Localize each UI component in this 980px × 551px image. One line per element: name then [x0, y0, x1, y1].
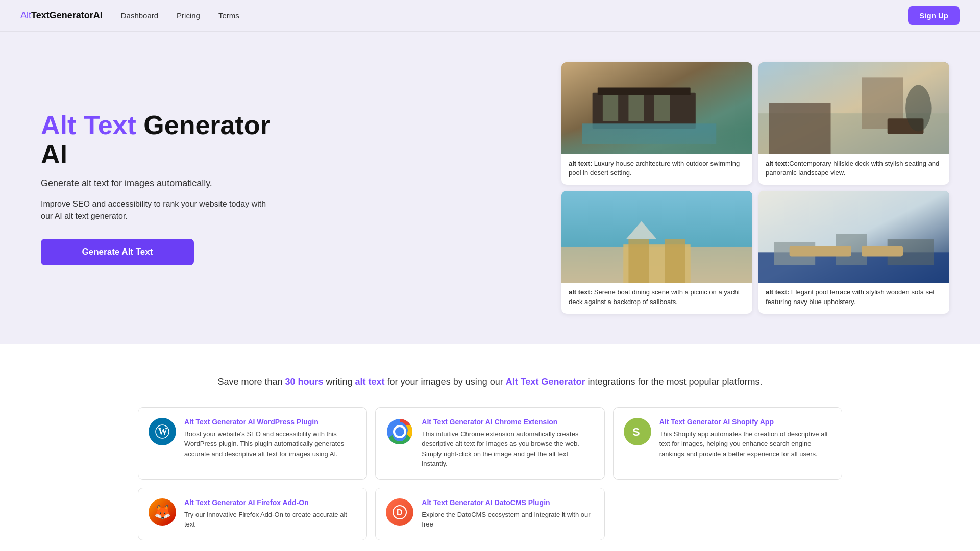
image-caption-1: alt text: Luxury house architecture with…: [561, 154, 752, 185]
hero-title-purple: Alt Text: [41, 110, 136, 140]
image-pool-terrace: [758, 191, 949, 283]
nav-left: AltTextGeneratorAI Dashboard Pricing Ter…: [20, 10, 239, 21]
plugin-card-datocms[interactable]: D Alt Text Generator AI DatoCMS Plugin E…: [375, 488, 604, 540]
integrations-section: Save more than 30 hours writing alt text…: [0, 344, 980, 551]
logo-text: TextGeneratorAI: [31, 10, 103, 20]
image-caption-2: alt text:Contemporary hillside deck with…: [758, 154, 949, 185]
datocms-icon: D: [386, 498, 413, 526]
plugin-card-shopify[interactable]: S Alt Text Generator AI Shopify App This…: [613, 407, 842, 480]
logo-alt: Alt: [20, 10, 31, 20]
caption-label-2: alt text:: [766, 160, 789, 167]
image-house-pool: [561, 62, 752, 154]
image-boat-dining: [561, 191, 752, 283]
plugin-title-wordpress: Alt Text Generator AI WordPress Plugin: [184, 418, 356, 426]
headline-mid: writing: [324, 377, 355, 387]
svg-rect-4: [603, 95, 618, 121]
headline-generator: Alt Text Generator: [506, 377, 585, 387]
image-caption-3: alt text: Serene boat dining scene with …: [561, 283, 752, 313]
caption-text-4: Elegant pool terrace with stylish wooden…: [766, 288, 935, 305]
svg-text:S: S: [632, 425, 640, 438]
signup-button[interactable]: Sign Up: [908, 6, 960, 25]
plugin-content-chrome: Alt Text Generator AI Chrome Extension T…: [422, 418, 594, 469]
svg-text:D: D: [397, 508, 403, 517]
wordpress-icon: W: [149, 418, 176, 445]
plugin-card-wordpress[interactable]: W Alt Text Generator AI WordPress Plugin…: [138, 407, 367, 480]
caption-text-1: Luxury house architecture with outdoor s…: [569, 160, 740, 177]
caption-label-1: alt text:: [569, 160, 592, 167]
hero-image-grid: alt text: Luxury house architecture with…: [561, 62, 949, 314]
plugin-content-datocms: Alt Text Generator AI DatoCMS Plugin Exp…: [422, 498, 594, 530]
hero-content: Alt Text Generator AI Generate alt text …: [41, 111, 276, 265]
hero-subtitle2: Improve SEO and accessibility to rank yo…: [41, 198, 276, 222]
image-card-1: alt text: Luxury house architecture with…: [561, 62, 752, 185]
plugin-desc-shopify: This Shopify app automates the creation …: [659, 429, 831, 459]
plugin-title-firefox: Alt Text Generator AI Firefox Add-On: [184, 498, 356, 507]
image-caption-4: alt text: Elegant pool terrace with styl…: [758, 283, 949, 313]
navbar: AltTextGeneratorAI Dashboard Pricing Ter…: [0, 0, 980, 32]
caption-label-3: alt text:: [569, 288, 592, 296]
headline-end: integrations for the most popular platfo…: [585, 377, 762, 387]
plugin-desc-chrome: This intuitive Chrome extension automati…: [422, 429, 594, 469]
headline-hours: 30 hours: [285, 377, 324, 387]
logo[interactable]: AltTextGeneratorAI: [20, 10, 103, 21]
image-card-3: alt text: Serene boat dining scene with …: [561, 191, 752, 313]
svg-rect-24: [790, 246, 851, 257]
svg-rect-2: [598, 88, 691, 95]
caption-text-3: Serene boat dining scene with a picnic o…: [569, 288, 740, 305]
nav-link-pricing[interactable]: Pricing: [177, 11, 200, 20]
caption-text-2: Contemporary hillside deck with stylish …: [766, 160, 939, 177]
plugin-desc-datocms: Explore the DatoCMS ecosystem and integr…: [422, 510, 594, 530]
svg-rect-17: [665, 239, 685, 283]
plugin-grid: W Alt Text Generator AI WordPress Plugin…: [138, 407, 842, 540]
shopify-icon: S: [624, 418, 651, 445]
image-card-2: alt text:Contemporary hillside deck with…: [758, 62, 949, 185]
svg-point-31: [396, 428, 404, 436]
plugin-content-wordpress: Alt Text Generator AI WordPress Plugin B…: [184, 418, 356, 459]
chrome-icon: [386, 418, 413, 445]
svg-rect-3: [582, 123, 716, 144]
plugin-content-firefox: Alt Text Generator AI Firefox Add-On Try…: [184, 498, 356, 530]
plugin-desc-firefox: Try our innovative Firefox Add-On to cre…: [184, 510, 356, 530]
plugin-title-shopify: Alt Text Generator AI Shopify App: [659, 418, 831, 426]
svg-rect-25: [862, 246, 903, 257]
svg-rect-16: [628, 239, 649, 283]
plugin-content-shopify: Alt Text Generator AI Shopify App This S…: [659, 418, 831, 459]
nav-link-terms[interactable]: Terms: [218, 11, 239, 20]
svg-rect-9: [769, 103, 830, 154]
nav-link-dashboard[interactable]: Dashboard: [121, 11, 158, 20]
hero-section: Alt Text Generator AI Generate alt text …: [0, 32, 980, 344]
generate-alt-text-button[interactable]: Generate Alt Text: [41, 239, 194, 265]
svg-point-12: [905, 85, 932, 132]
headline-start: Save more than: [217, 377, 285, 387]
svg-rect-5: [628, 95, 644, 121]
headline-mid2: for your images by using our: [385, 377, 506, 387]
caption-label-4: alt text:: [766, 288, 789, 296]
plugin-card-chrome[interactable]: Alt Text Generator AI Chrome Extension T…: [375, 407, 604, 480]
plugin-title-datocms: Alt Text Generator AI DatoCMS Plugin: [422, 498, 594, 507]
svg-rect-6: [654, 95, 670, 121]
firefox-icon: 🦊: [149, 498, 176, 526]
image-hillside-deck: [758, 62, 949, 154]
plugin-desc-wordpress: Boost your website's SEO and accessibili…: [184, 429, 356, 459]
hero-subtitle1: Generate alt text for images automatical…: [41, 178, 276, 189]
svg-text:W: W: [158, 427, 167, 437]
image-card-4: alt text: Elegant pool terrace with styl…: [758, 191, 949, 313]
plugin-title-chrome: Alt Text Generator AI Chrome Extension: [422, 418, 594, 426]
plugin-card-firefox[interactable]: 🦊 Alt Text Generator AI Firefox Add-On T…: [138, 488, 367, 540]
integrations-headline: Save more than 30 hours writing alt text…: [20, 375, 960, 389]
headline-alt-text: alt text: [355, 377, 385, 387]
hero-title: Alt Text Generator AI: [41, 111, 276, 169]
